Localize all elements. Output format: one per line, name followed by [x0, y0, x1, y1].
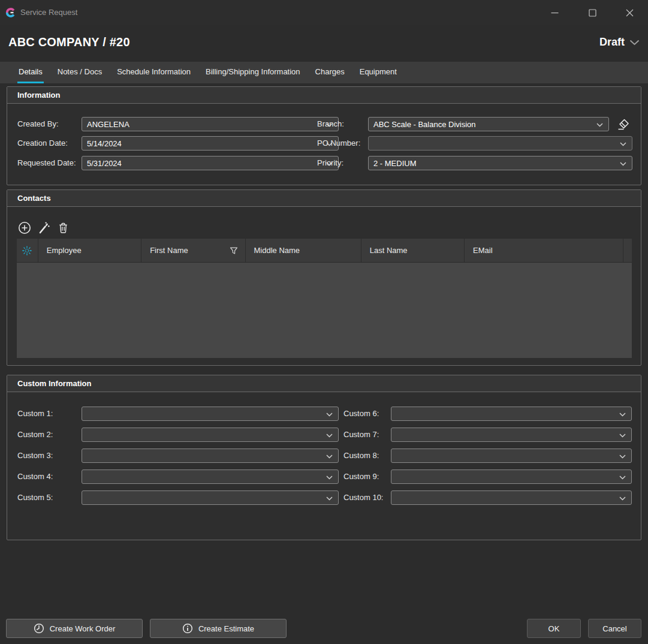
chevron-down-icon [619, 413, 626, 417]
grid-header-spacer [623, 239, 632, 262]
requested-date-value: 5/31/2024 [87, 159, 122, 168]
clock-icon [34, 623, 44, 634]
created-by-value: ANGELENA [87, 120, 129, 129]
contacts-grid-header: Employee First Name Middle Name Last Nam… [17, 239, 632, 263]
clear-branch-button[interactable] [616, 116, 631, 132]
chevron-down-icon [326, 496, 333, 501]
page-title: ABC COMPANY / #20 [8, 35, 130, 49]
custom-9-dropdown[interactable] [391, 470, 632, 484]
custom-1-dropdown[interactable] [82, 407, 339, 421]
maximize-button[interactable] [582, 2, 602, 23]
edit-contact-button[interactable] [36, 220, 52, 236]
custom-7-dropdown[interactable] [391, 428, 632, 442]
close-button[interactable] [619, 2, 640, 23]
contacts-panel: Contacts [7, 189, 641, 366]
grid-marker-cell[interactable] [17, 239, 38, 262]
close-icon [626, 9, 634, 17]
branch-dropdown[interactable]: ABC Scale - Balance Division [368, 117, 609, 131]
cancel-button[interactable]: Cancel [588, 619, 641, 638]
tab-details[interactable]: Details [17, 62, 44, 83]
ok-button[interactable]: OK [527, 619, 581, 638]
create-estimate-button[interactable]: Create Estimate [150, 619, 287, 638]
custom-7-label: Custom 7: [343, 428, 379, 442]
column-header-email[interactable]: EMail [465, 239, 623, 262]
custom-4-dropdown[interactable] [82, 470, 339, 484]
info-icon [182, 623, 193, 634]
window-title: Service Request [20, 0, 77, 25]
tab-equipment[interactable]: Equipment [358, 62, 398, 83]
chevron-down-icon [326, 434, 333, 438]
create-work-order-button[interactable]: Create Work Order [6, 619, 143, 638]
priority-dropdown[interactable]: 2 - MEDIUM [368, 156, 632, 170]
magic-wand-icon [37, 221, 50, 234]
plus-circle-icon [18, 221, 31, 234]
custom-6-dropdown[interactable] [391, 407, 632, 421]
chevron-down-icon [619, 434, 626, 438]
contacts-panel-title: Contacts [7, 190, 641, 207]
add-contact-button[interactable] [17, 220, 32, 236]
chevron-down-icon [596, 123, 603, 127]
custom-2-dropdown[interactable] [82, 428, 339, 442]
priority-value: 2 - MEDIUM [373, 159, 417, 168]
contacts-grid-body[interactable] [17, 263, 632, 358]
contacts-grid: Employee First Name Middle Name Last Nam… [17, 239, 632, 358]
creation-date-label: Creation Date: [17, 136, 68, 151]
column-header-middle-name[interactable]: Middle Name [246, 239, 361, 262]
information-panel: Information Created By: ANGELENA Creatio… [7, 86, 641, 185]
eraser-icon [616, 117, 631, 131]
creation-date-dropdown[interactable]: 5/14/2024 [82, 136, 339, 151]
tab-schedule-information[interactable]: Schedule Information [116, 62, 192, 83]
tab-charges[interactable]: Charges [314, 62, 346, 83]
custom-8-dropdown[interactable] [391, 449, 632, 463]
requested-date-label: Requested Date: [17, 156, 76, 170]
custom-1-label: Custom 1: [17, 407, 53, 421]
filter-icon[interactable] [230, 246, 238, 255]
custom-4-label: Custom 4: [17, 470, 53, 484]
created-by-label: Created By: [17, 117, 59, 131]
custom-information-panel-title: Custom Information [7, 375, 641, 392]
branch-label: Branch: [317, 117, 344, 131]
status-dropdown[interactable]: Draft [599, 36, 640, 49]
delete-contact-button[interactable] [55, 220, 71, 236]
status-badge: Draft [599, 36, 625, 49]
tab-billing-shipping-information[interactable]: Billing/Shipping Information [204, 62, 302, 83]
custom-10-label: Custom 10: [343, 490, 383, 505]
chevron-down-icon [619, 476, 626, 480]
custom-9-label: Custom 9: [343, 470, 379, 484]
custom-information-panel: Custom Information Custom 1: Custom 2: C… [7, 375, 641, 540]
custom-2-label: Custom 2: [17, 428, 53, 442]
chevron-down-icon [326, 476, 333, 480]
chevron-down-icon [326, 455, 333, 459]
custom-6-label: Custom 6: [343, 407, 379, 421]
title-bar: Service Request [0, 0, 648, 25]
column-header-last-name[interactable]: Last Name [361, 239, 465, 262]
minimize-button[interactable] [544, 2, 565, 23]
trash-icon [57, 221, 70, 234]
app-logo-icon [5, 7, 16, 18]
po-number-label: PO Number: [317, 136, 360, 151]
column-header-employee[interactable]: Employee [38, 239, 141, 262]
custom-8-label: Custom 8: [343, 449, 379, 463]
tab-bar: Details Notes / Docs Schedule Informatio… [0, 62, 648, 83]
information-panel-title: Information [7, 87, 641, 104]
po-number-dropdown[interactable] [368, 136, 632, 151]
priority-label: Priority: [317, 156, 343, 170]
chevron-down-icon [620, 142, 626, 146]
branch-value: ABC Scale - Balance Division [373, 120, 476, 129]
tab-notes-docs[interactable]: Notes / Docs [56, 62, 103, 83]
custom-3-label: Custom 3: [17, 449, 53, 463]
chevron-down-icon [629, 40, 640, 46]
custom-5-dropdown[interactable] [82, 490, 339, 505]
chevron-down-icon [620, 162, 626, 166]
custom-5-label: Custom 5: [17, 490, 53, 505]
custom-10-dropdown[interactable] [391, 490, 632, 505]
minimize-icon [551, 9, 559, 17]
chevron-down-icon [619, 496, 626, 501]
maximize-icon [589, 9, 596, 17]
requested-date-dropdown[interactable]: 5/31/2024 [82, 156, 339, 170]
created-by-dropdown[interactable]: ANGELENA [82, 117, 339, 131]
column-header-first-name[interactable]: First Name [141, 239, 245, 262]
chevron-down-icon [619, 455, 626, 459]
custom-3-dropdown[interactable] [82, 449, 339, 463]
creation-date-value: 5/14/2024 [87, 139, 122, 148]
